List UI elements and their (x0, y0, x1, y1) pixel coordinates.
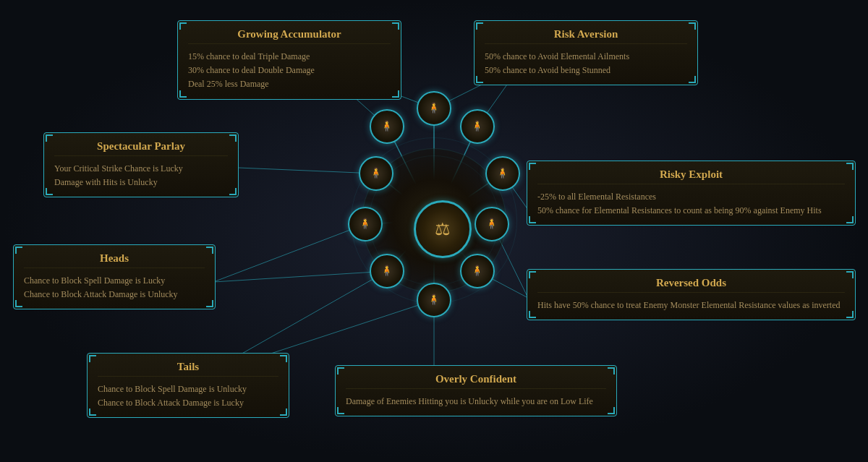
card-overly-confident: Overly Confident Damage of Enemies Hitti… (335, 365, 617, 416)
node-right-bottom[interactable]: 🧍 (460, 254, 495, 288)
card-growing-accumulator-body: 15% chance to deal Triple Damage 30% cha… (188, 50, 391, 92)
node-figure-icon: 🧍 (380, 121, 393, 132)
card-overly-confident-body: Damage of Enemies Hitting you is Unlucky… (346, 395, 606, 408)
node-left-center[interactable]: 🧍 (348, 207, 383, 241)
node-figure-icon: 🧍 (427, 103, 440, 114)
center-figure-icon: ⚖ (435, 221, 451, 238)
node-top-left[interactable]: 🧍 (370, 109, 404, 144)
card-tails-body: Chance to Block Spell Damage is Unlucky … (98, 382, 278, 410)
node-right-center[interactable]: 🧍 (475, 207, 509, 241)
node-figure-icon: 🧍 (370, 168, 382, 179)
card-growing-accumulator: Growing Accumulator 15% chance to deal T… (177, 20, 401, 100)
node-figure-icon: 🧍 (359, 219, 371, 229)
card-heads: Heads Chance to Block Spell Damage is Lu… (13, 244, 216, 309)
card-risk-aversion: Risk Aversion 50% chance to Avoid Elemen… (474, 20, 698, 85)
card-risky-exploit-title: Risky Exploit (537, 168, 845, 184)
card-spectacular-parlay-body: Your Critical Strike Chance is Lucky Dam… (54, 162, 228, 189)
card-heads-title: Heads (24, 252, 205, 268)
card-tails-title: Tails (98, 361, 278, 377)
card-heads-body: Chance to Block Spell Damage is Lucky Ch… (24, 274, 205, 301)
card-risky-exploit-body: -25% to all Elemental Resistances 50% ch… (537, 190, 845, 218)
node-top-right[interactable]: 🧍 (460, 109, 495, 144)
card-tails: Tails Chance to Block Spell Damage is Un… (87, 353, 289, 418)
node-left-top[interactable]: 🧍 (359, 156, 393, 191)
card-risky-exploit: Risky Exploit -25% to all Elemental Resi… (527, 161, 856, 226)
card-reversed-odds-title: Reversed Odds (537, 277, 845, 293)
card-overly-confident-title: Overly Confident (346, 373, 606, 389)
node-right-top[interactable]: 🧍 (485, 156, 520, 191)
node-figure-icon: 🧍 (485, 219, 498, 229)
card-spectacular-parlay-title: Spectacular Parlay (54, 140, 228, 156)
node-center[interactable]: ⚖ (414, 200, 472, 258)
node-left-bottom[interactable]: 🧍 (370, 254, 404, 288)
card-risk-aversion-body: 50% chance to Avoid Elemental Ailments 5… (485, 50, 687, 77)
node-figure-icon: 🧍 (471, 266, 483, 276)
node-bottom-center[interactable]: 🧍 (417, 283, 451, 317)
node-figure-icon: 🧍 (427, 295, 440, 305)
card-risk-aversion-title: Risk Aversion (485, 28, 687, 44)
card-reversed-odds-body: Hits have 50% chance to treat Enemy Mons… (537, 299, 845, 312)
node-figure-icon: 🧍 (496, 168, 509, 179)
card-spectacular-parlay: Spectacular Parlay Your Critical Strike … (43, 132, 239, 197)
node-figure-icon: 🧍 (380, 266, 393, 276)
node-top-center[interactable]: 🧍 (417, 91, 451, 126)
card-growing-accumulator-title: Growing Accumulator (188, 28, 391, 44)
node-figure-icon: 🧍 (471, 121, 483, 132)
card-reversed-odds: Reversed Odds Hits have 50% chance to tr… (527, 269, 856, 320)
